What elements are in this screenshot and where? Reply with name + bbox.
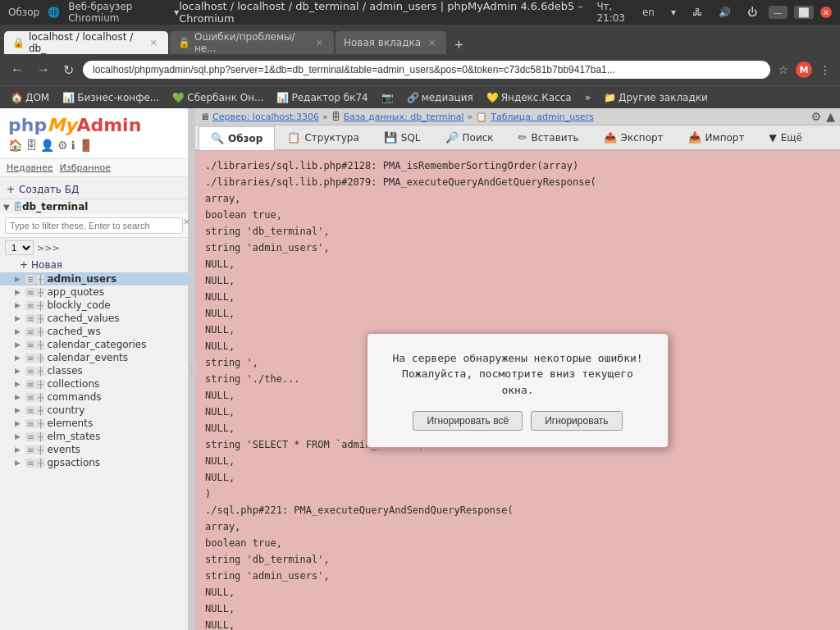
bookmark-sber[interactable]: 💚 Сбербанк Он... [168,90,267,105]
pagination-arrows[interactable]: >>> [37,243,60,253]
sidebar-resize-handle[interactable]: ⋮ [189,108,195,630]
minimize-button[interactable]: — [769,6,788,19]
table-item-cached-ws[interactable]: ▶ ≡ ┼ cached_ws [0,325,188,338]
browse-icon[interactable]: ≡ [25,459,35,468]
structure-icon[interactable]: ┼ [36,459,44,468]
structure-icon[interactable]: ┼ [36,367,44,376]
structure-icon[interactable]: ┼ [36,327,44,336]
browse-icon[interactable]: ≡ [25,393,35,402]
back-button[interactable]: ← [7,60,28,80]
structure-icon[interactable]: ┼ [36,432,44,441]
home-icon[interactable]: 🏠 [8,139,22,152]
tab-close-1[interactable]: ✕ [148,37,160,49]
structure-icon[interactable]: ┼ [36,393,44,402]
user-icon[interactable]: 👤 [40,139,54,152]
tab-eksport[interactable]: 📤 Экспорт [591,126,676,149]
browse-icon[interactable]: ≡ [25,275,35,284]
browse-icon[interactable]: ≡ [25,380,35,389]
browse-icon[interactable]: ≡ [25,301,35,310]
bookmark-more[interactable]: » [581,90,595,105]
bookmark-editor[interactable]: 📊 Редактор бк74 [272,90,372,105]
filter-input[interactable] [5,217,183,234]
bookmark-media[interactable]: 🔗 медиация [403,90,477,105]
tab-eshche[interactable]: ▼ Ещё [756,126,815,149]
bookmark-others[interactable]: 📁 Другие закладки [600,90,712,105]
new-table-button[interactable]: + Новая [0,258,188,272]
table-item-calendar-events[interactable]: ▶ ≡ ┼ calendar_events [0,351,188,364]
avatar-icon[interactable]: M [796,62,812,78]
tab-close-3[interactable]: ✕ [426,37,438,49]
browse-icon[interactable]: ≡ [25,367,35,376]
table-item-collections[interactable]: ▶ ≡ ┼ collections [0,377,188,390]
structure-icon[interactable]: ┼ [36,301,44,310]
structure-icon[interactable]: ┼ [36,340,44,349]
table-item-cached-values[interactable]: ▶ ≡ ┼ cached_values [0,312,188,325]
table-item-elm-states[interactable]: ▶ ≡ ┼ elm_states [0,430,188,443]
new-tab-button[interactable]: + [448,37,470,54]
db-icon[interactable]: 🗄 [25,139,37,152]
settings-topbar-icon[interactable]: ⚙ [811,110,822,123]
create-db-button[interactable]: + Создать БД [0,180,188,199]
page-select[interactable]: 1 [5,240,34,255]
structure-icon[interactable]: ┼ [36,419,44,428]
tab-struktura[interactable]: 📋 Структура [275,126,371,149]
ignore-all-button[interactable]: Игнорировать всё [413,411,523,431]
tab-obzor[interactable]: 🔍 Обзор [199,126,275,150]
browse-icon[interactable]: ≡ [25,406,35,415]
table-item-admin-users[interactable]: ▶ ≡ ┼ admin_users [0,272,188,285]
forward-button[interactable]: → [33,60,54,80]
close-button[interactable]: ✕ [820,7,832,18]
minimize-topbar-icon[interactable]: ▲ [826,110,835,123]
overview-button[interactable]: Обзор [8,7,39,18]
bookmark-photo[interactable]: 📷 [377,90,398,105]
tab-2[interactable]: 🔒 Ошибки/проблемы/не... ✕ [170,31,334,54]
star-icon[interactable]: ☆ [775,61,791,79]
structure-icon[interactable]: ┼ [36,275,44,284]
url-input[interactable] [83,61,770,79]
structure-icon[interactable]: ┼ [36,354,44,363]
filter-clear-icon[interactable]: ✕ [183,217,188,226]
table-item-events[interactable]: ▶ ≡ ┼ events [0,443,188,456]
table-item-classes[interactable]: ▶ ≡ ┼ classes [0,364,188,377]
ignore-button[interactable]: Игнорировать [531,411,622,431]
tab-import[interactable]: 📥 Импорт [676,126,757,149]
table-item-calendar-categories[interactable]: ▶ ≡ ┼ calendar_categories [0,338,188,351]
server-link[interactable]: Сервер: localhost:3306 [212,112,319,122]
browse-icon[interactable]: ≡ [25,445,35,454]
browse-icon[interactable]: ≡ [25,419,35,428]
browse-icon[interactable]: ≡ [25,327,35,336]
tab-3[interactable]: Новая вкладка ✕ [336,31,446,54]
menu-icon[interactable]: ⋮ [817,61,833,79]
structure-icon[interactable]: ┼ [36,380,44,389]
exit-icon[interactable]: 🚪 [79,139,93,152]
maximize-button[interactable]: ⬜ [794,6,814,19]
tab-close-2[interactable]: ✕ [313,37,326,49]
table-item-gpsactions[interactable]: ▶ ≡ ┼ gpsactions [0,456,188,469]
browse-icon[interactable]: ≡ [25,314,35,323]
info-icon[interactable]: ℹ [71,139,75,152]
table-item-app-quotes[interactable]: ▶ ≡ ┼ app_quotes [0,285,188,299]
locale-dropdown-icon[interactable]: ▾ [666,5,681,20]
browse-icon[interactable]: ≡ [25,340,35,349]
table-item-country[interactable]: ▶ ≡ ┼ country [0,404,188,417]
table-link[interactable]: Таблица: admin_users [491,112,594,122]
browse-icon[interactable]: ≡ [25,288,35,297]
bookmark-dom[interactable]: 🏠 ДОМ [7,90,53,105]
structure-icon[interactable]: ┼ [36,288,44,297]
structure-icon[interactable]: ┼ [36,445,44,454]
settings-icon[interactable]: ⚙ [57,139,68,152]
locale[interactable]: en [637,5,660,20]
bookmark-yandex[interactable]: 💛 Яндекс.Касса [482,90,576,105]
structure-icon[interactable]: ┼ [36,314,44,323]
browse-icon[interactable]: ≡ [25,432,35,441]
tab-vstavit[interactable]: ✏ Вставить [506,126,591,149]
favorites-link[interactable]: Избранное [60,162,111,173]
tab-poisk[interactable]: 🔎 Поиск [433,126,506,149]
table-item-elements[interactable]: ▶ ≡ ┼ elements [0,417,188,430]
structure-icon[interactable]: ┼ [36,406,44,415]
tab-1[interactable]: 🔒 localhost / localhost / db_ ✕ [4,31,168,54]
browse-icon[interactable]: ≡ [25,354,35,363]
db-tree-item[interactable]: ▼ 🗄 db_terminal [0,199,188,214]
tab-sql[interactable]: 💾 SQL [372,126,433,149]
reload-button[interactable]: ↻ [59,60,78,80]
